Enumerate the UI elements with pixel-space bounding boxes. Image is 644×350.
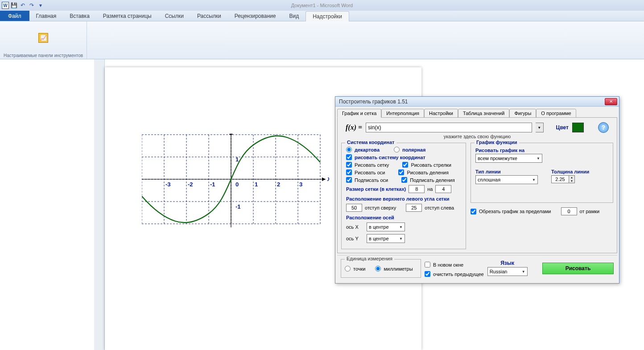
- color-picker[interactable]: [572, 123, 584, 132]
- close-icon[interactable]: ✕: [605, 98, 617, 105]
- corner-pos-label: Расположение верхнего левого угла сетки: [346, 194, 461, 202]
- vertical-ruler: [94, 59, 105, 350]
- check-draw-grid-label[interactable]: Рисовать сетку: [355, 162, 389, 168]
- clip-unit-label: от рамки: [580, 209, 600, 214]
- draw-on-select[interactable]: всем промежутке▼: [475, 154, 542, 163]
- thickness-label: Толщина линии: [551, 167, 589, 175]
- check-draw-ticks[interactable]: [398, 169, 404, 175]
- grid-height-input[interactable]: [435, 185, 451, 193]
- axes-pos-label: Расположение осей: [346, 213, 461, 221]
- tab-addins[interactable]: Надстройки: [305, 11, 349, 21]
- tab-shapes[interactable]: Фигуры: [509, 109, 536, 118]
- undo-icon[interactable]: ↶: [19, 1, 27, 9]
- tab-about[interactable]: О программе: [536, 109, 576, 118]
- function-graph-fieldset: График функции Рисовать график на всем п…: [471, 143, 613, 203]
- tab-review[interactable]: Рецензирование: [228, 11, 283, 21]
- tab-mailings[interactable]: Рассылки: [190, 11, 228, 21]
- graph-builder-icon[interactable]: 📈: [38, 33, 48, 43]
- document-title: Документ1 - Microsoft Word: [291, 3, 353, 8]
- qat-more-icon[interactable]: ▾: [37, 1, 45, 9]
- svg-text:-3: -3: [165, 181, 171, 188]
- tab-interpolation[interactable]: Интерполяция: [381, 109, 424, 118]
- check-draw-grid[interactable]: [346, 162, 352, 168]
- radio-polar[interactable]: [394, 147, 400, 152]
- grid-width-input[interactable]: [409, 185, 425, 193]
- grid-sep-label: на: [427, 186, 433, 192]
- ribbon-group-custom-toolbars: 📈 Настраиваемые панели инструментов: [0, 21, 87, 59]
- radio-mm-label[interactable]: миллиметры: [384, 266, 413, 272]
- ribbon-tabs: Файл Главная Вставка Разметка страницы С…: [0, 11, 644, 21]
- top-offset-input[interactable]: [346, 204, 362, 212]
- tab-layout[interactable]: Разметка страницы: [96, 11, 158, 21]
- quick-access-toolbar: W 💾 ↶ ↷ ▾: [0, 1, 45, 9]
- lang-select[interactable]: Russian▼: [487, 267, 528, 276]
- check-draw-coord-system[interactable]: [346, 154, 352, 160]
- axis-x-select[interactable]: в центре▼: [367, 222, 405, 231]
- tab-references[interactable]: Ссылки: [158, 11, 190, 21]
- chevron-down-icon: ▼: [531, 178, 537, 182]
- check-clear-prev[interactable]: [425, 271, 430, 277]
- left-offset-input[interactable]: [406, 204, 422, 212]
- color-label: Цвет: [556, 124, 569, 131]
- line-type-select[interactable]: сплошная▼: [475, 175, 538, 184]
- dialog-titlebar[interactable]: Построитель графиков 1.51 ✕: [335, 97, 619, 107]
- axis-y-select[interactable]: в центре▼: [367, 234, 405, 243]
- check-sign-ticks[interactable]: [401, 177, 407, 183]
- word-icon: W: [2, 2, 9, 9]
- tab-graph-grid[interactable]: График и сетка: [337, 109, 381, 118]
- axis-x-label: ось X: [346, 224, 364, 230]
- check-clear-prev-label[interactable]: очистить предыдущее: [433, 272, 484, 277]
- help-icon[interactable]: ?: [598, 122, 609, 133]
- units-fieldset: Единица измерения точки миллиметры: [341, 259, 421, 278]
- sine-chart-svg: y x -3-2-1 0 123 1-1: [142, 134, 329, 236]
- graph-builder-dialog: Построитель графиков 1.51 ✕ График и сет…: [335, 96, 619, 284]
- svg-text:3: 3: [299, 181, 302, 188]
- spin-up-icon[interactable]: ▲: [569, 176, 574, 179]
- radio-cartesian[interactable]: [346, 147, 352, 152]
- check-draw-arrows[interactable]: [402, 162, 408, 168]
- dialog-body: f(x) = ▼ Цвет ? укажите здесь свою функц…: [337, 117, 617, 253]
- svg-marker-17: [229, 134, 233, 135]
- tab-value-table[interactable]: Таблица значений: [458, 109, 509, 118]
- tab-view[interactable]: Вид: [282, 11, 305, 21]
- coord-system-legend: Система координат: [345, 140, 396, 145]
- check-sign-axes-label[interactable]: Подписать оси: [355, 177, 388, 183]
- clip-value-input[interactable]: [561, 207, 577, 215]
- check-sign-ticks-label[interactable]: Подписать деления: [410, 177, 454, 183]
- check-draw-axes-label[interactable]: Рисовать оси: [355, 170, 385, 175]
- radio-points-label[interactable]: точки: [353, 266, 365, 272]
- thickness-spinner[interactable]: ▲▼: [551, 175, 589, 183]
- coord-system-fieldset: Система координат декартова полярная рис…: [341, 143, 466, 249]
- function-dropdown-icon[interactable]: ▼: [536, 123, 544, 132]
- redo-icon[interactable]: ↷: [28, 1, 36, 9]
- svg-text:0: 0: [235, 181, 239, 188]
- draw-on-label: Рисовать график на: [475, 146, 608, 154]
- radio-cartesian-label[interactable]: декартова: [355, 147, 380, 152]
- check-sign-axes[interactable]: [346, 177, 352, 183]
- check-new-window[interactable]: [425, 262, 430, 268]
- check-draw-arrows-label[interactable]: Рисовать стрелки: [411, 162, 451, 168]
- file-tab[interactable]: Файл: [0, 11, 29, 21]
- check-clip-graph-label[interactable]: Обрезать график за пределами: [479, 209, 551, 214]
- svg-text:-1: -1: [210, 181, 215, 188]
- chevron-down-icon: ▼: [398, 225, 404, 229]
- check-draw-axes[interactable]: [346, 169, 352, 175]
- save-icon[interactable]: 💾: [10, 1, 18, 9]
- thickness-input[interactable]: [551, 175, 569, 183]
- radio-mm[interactable]: [375, 266, 381, 272]
- radio-points[interactable]: [345, 266, 351, 272]
- check-new-window-label[interactable]: В новом окне: [433, 262, 463, 268]
- tab-settings[interactable]: Настройки: [424, 109, 458, 118]
- draw-button[interactable]: Рисовать: [542, 263, 614, 274]
- function-input[interactable]: [366, 123, 532, 132]
- check-draw-ticks-label[interactable]: Рисовать деления: [407, 170, 449, 175]
- radio-polar-label[interactable]: полярная: [402, 147, 425, 152]
- svg-marker-15: [322, 177, 326, 181]
- check-clip-graph[interactable]: [471, 209, 476, 214]
- dialog-tabs: График и сетка Интерполяция Настройки Та…: [335, 107, 619, 117]
- tab-insert[interactable]: Вставка: [63, 11, 96, 21]
- spin-down-icon[interactable]: ▼: [569, 179, 574, 183]
- check-draw-coord-system-label[interactable]: рисовать систему координат: [355, 155, 425, 160]
- tab-home[interactable]: Главная: [29, 11, 63, 21]
- word-titlebar: W 💾 ↶ ↷ ▾ Документ1 - Microsoft Word: [0, 0, 644, 11]
